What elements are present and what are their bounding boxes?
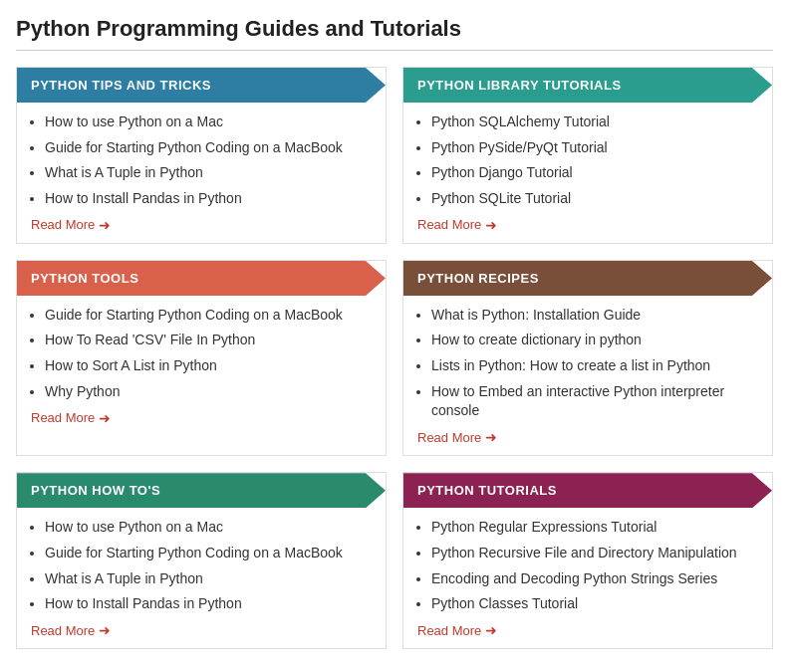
list-item: Guide for Starting Python Coding on a Ma… (45, 544, 372, 563)
arrow-icon: ➜ (485, 429, 497, 445)
arrow-icon: ➜ (99, 622, 111, 638)
list-item: What is Python: Installation Guide (431, 306, 758, 326)
read-more-label: Read More (417, 430, 481, 445)
card-tutorials: PYTHON TUTORIALSPython Regular Expressio… (402, 472, 773, 649)
card-list-tips-tricks: How to use Python on a MacGuide for Star… (17, 112, 386, 208)
card-header-tools: PYTHON TOOLS (17, 261, 386, 296)
list-item: What is A Tuple in Python (45, 163, 372, 183)
list-item: What is A Tuple in Python (45, 569, 372, 589)
card-list-tutorials: Python Regular Expressions TutorialPytho… (403, 518, 772, 613)
read-more-label: Read More (417, 623, 481, 638)
card-list-library-tutorials: Python SQLAlchemy TutorialPython PySide/… (403, 112, 772, 208)
list-item: How to Install Pandas in Python (45, 189, 372, 209)
list-item: How to Sort A List in Python (45, 356, 372, 376)
list-item: Python Recursive File and Directory Mani… (431, 544, 758, 563)
sections-grid: PYTHON TIPS AND TRICKSHow to use Python … (16, 67, 773, 649)
read-more-tools[interactable]: Read More➜ (31, 410, 111, 426)
list-item: Guide for Starting Python Coding on a Ma… (45, 306, 372, 326)
card-list-recipes: What is Python: Installation GuideHow to… (403, 306, 772, 421)
read-more-recipes[interactable]: Read More➜ (417, 429, 497, 445)
card-recipes: PYTHON RECIPESWhat is Python: Installati… (402, 260, 773, 456)
arrow-icon: ➜ (485, 217, 497, 233)
read-more-library-tutorials[interactable]: Read More➜ (417, 217, 497, 233)
page-title: Python Programming Guides and Tutorials (16, 16, 773, 51)
card-library-tutorials: PYTHON LIBRARY TUTORIALSPython SQLAlchem… (402, 67, 773, 244)
list-item: How to Embed an interactive Python inter… (431, 382, 758, 421)
list-item: Python Classes Tutorial (431, 594, 758, 614)
arrow-icon: ➜ (99, 217, 111, 233)
card-header-library-tutorials: PYTHON LIBRARY TUTORIALS (403, 68, 772, 103)
list-item: How to use Python on a Mac (45, 518, 372, 538)
list-item: Python PySide/PyQt Tutorial (431, 138, 758, 158)
card-tools: PYTHON TOOLSGuide for Starting Python Co… (16, 260, 387, 456)
list-item: How to create dictionary in python (431, 331, 758, 350)
list-item: Lists in Python: How to create a list in… (431, 356, 758, 376)
card-header-recipes: PYTHON RECIPES (403, 261, 772, 296)
list-item: Why Python (45, 382, 372, 402)
list-item: Python SQLAlchemy Tutorial (431, 112, 758, 132)
read-more-label: Read More (31, 217, 95, 232)
list-item: How To Read 'CSV' File In Python (45, 331, 372, 350)
list-item: Encoding and Decoding Python Strings Ser… (431, 569, 758, 589)
arrow-icon: ➜ (485, 622, 497, 638)
read-more-how-tos[interactable]: Read More➜ (31, 622, 111, 638)
card-how-tos: PYTHON HOW TO'SHow to use Python on a Ma… (16, 472, 387, 649)
list-item: Guide for Starting Python Coding on a Ma… (45, 138, 372, 158)
card-header-how-tos: PYTHON HOW TO'S (17, 473, 386, 508)
card-list-tools: Guide for Starting Python Coding on a Ma… (17, 306, 386, 401)
read-more-label: Read More (31, 410, 95, 425)
arrow-icon: ➜ (99, 410, 111, 426)
list-item: How to Install Pandas in Python (45, 594, 372, 614)
list-item: How to use Python on a Mac (45, 112, 372, 132)
card-header-tutorials: PYTHON TUTORIALS (403, 473, 772, 508)
read-more-label: Read More (417, 217, 481, 232)
list-item: Python Regular Expressions Tutorial (431, 518, 758, 538)
read-more-tips-tricks[interactable]: Read More➜ (31, 217, 111, 233)
read-more-tutorials[interactable]: Read More➜ (417, 622, 497, 638)
card-header-tips-tricks: PYTHON TIPS AND TRICKS (17, 68, 386, 103)
card-list-how-tos: How to use Python on a MacGuide for Star… (17, 518, 386, 613)
read-more-label: Read More (31, 623, 95, 638)
list-item: Python SQLite Tutorial (431, 189, 758, 209)
list-item: Python Django Tutorial (431, 163, 758, 183)
card-tips-tricks: PYTHON TIPS AND TRICKSHow to use Python … (16, 67, 387, 244)
